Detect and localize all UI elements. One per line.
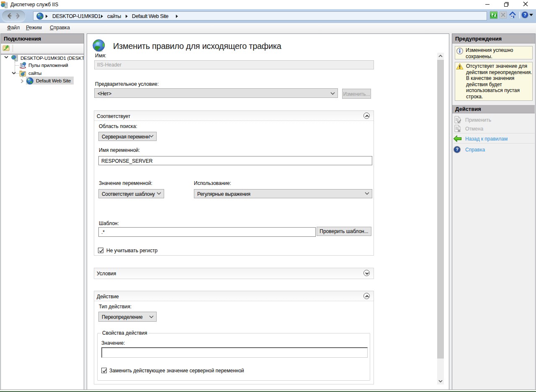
svg-text:?: ? — [523, 12, 526, 17]
svg-text:?: ? — [456, 147, 459, 152]
